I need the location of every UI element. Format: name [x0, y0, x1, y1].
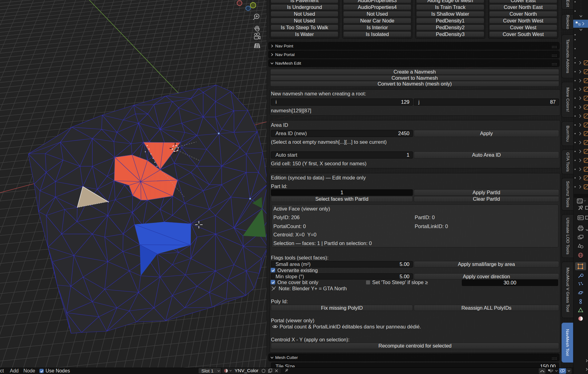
svg-text:YNV_Color: YNV_Color — [235, 368, 259, 373]
